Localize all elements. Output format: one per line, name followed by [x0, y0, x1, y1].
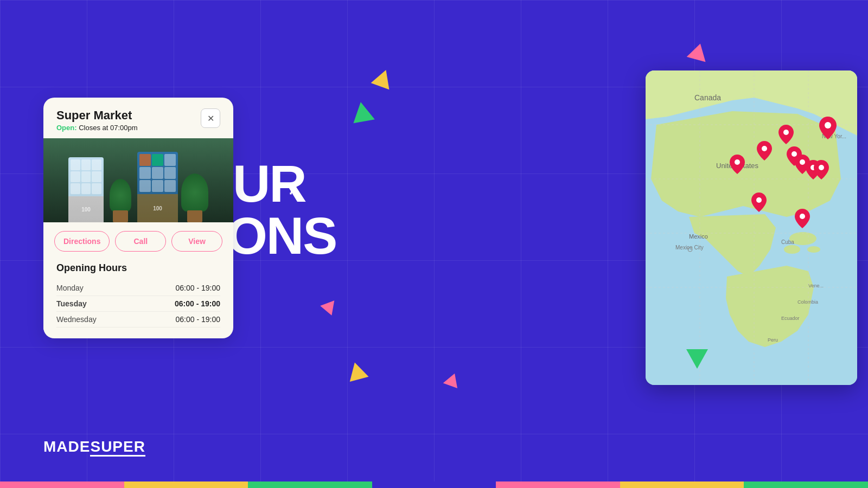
close-button[interactable]: ✕	[201, 108, 220, 128]
bar-segment-1	[0, 481, 124, 488]
plant-pot-right	[187, 210, 202, 222]
squiggle-decoration-icon: ⟋	[283, 178, 304, 201]
vm-item	[139, 167, 151, 179]
card-actions: Directions Call View	[43, 222, 233, 260]
triangle-pink-top-right-icon	[687, 41, 710, 62]
vm-bottom-2: 100	[137, 194, 178, 222]
triangle-pink-left-icon	[319, 298, 334, 316]
vm-item	[71, 183, 80, 194]
card-title: Super Market	[56, 108, 138, 123]
time-tuesday: 06:00 - 19:00	[175, 299, 220, 308]
day-wednesday: Wednesday	[56, 315, 97, 324]
hours-row-tuesday: Tuesday 06:00 - 19:00	[56, 296, 220, 312]
plant-pot	[113, 210, 128, 222]
vm-item	[81, 171, 91, 182]
vm-bottom-1: 100	[68, 196, 104, 222]
vm-item	[152, 154, 163, 166]
svg-point-21	[735, 159, 740, 165]
svg-text:Cuba: Cuba	[781, 239, 794, 245]
card-header: Super Market Open: Closes at 07:00pm ✕	[43, 98, 233, 138]
plant-right	[181, 168, 208, 222]
vm-item	[81, 159, 91, 170]
vm-item	[139, 180, 151, 192]
bar-segment-6	[620, 481, 744, 488]
day-tuesday: Tuesday	[56, 299, 87, 308]
vm-item	[152, 180, 163, 192]
card-image: 100 100	[43, 138, 233, 222]
bar-segment-3	[248, 481, 372, 488]
svg-point-25	[800, 159, 805, 165]
vm-screen-2	[137, 152, 178, 194]
svg-point-2	[784, 245, 800, 254]
vending-machine-1: 100	[68, 157, 104, 222]
plant-leaves-right	[181, 174, 208, 211]
time-monday: 06:00 - 19:00	[175, 284, 220, 292]
info-card: Super Market Open: Closes at 07:00pm ✕	[43, 98, 233, 338]
directions-button[interactable]: Directions	[54, 231, 110, 252]
hours-row-wednesday: Wednesday 06:00 - 19:00	[56, 312, 220, 328]
svg-text:Colombia: Colombia	[797, 299, 818, 305]
vm-item	[164, 154, 176, 166]
vm-item	[152, 167, 163, 179]
vm-item	[164, 167, 176, 179]
vm-item	[92, 159, 101, 170]
card-title-area: Super Market Open: Closes at 07:00pm	[56, 108, 138, 132]
vm-item	[92, 171, 101, 182]
bar-segment-4	[372, 481, 496, 488]
plant-left	[107, 168, 134, 222]
svg-point-30	[800, 214, 805, 219]
vm-item	[164, 180, 176, 192]
hours-row-monday: Monday 06:00 - 19:00	[56, 280, 220, 296]
bar-segment-2	[124, 481, 248, 488]
plant-leaves	[110, 179, 131, 211]
map-background: Canada United States Mexico Mexico City …	[646, 70, 857, 385]
svg-point-22	[762, 146, 767, 151]
card-status: Open: Closes at 07:00pm	[56, 124, 138, 132]
map-svg: Canada United States Mexico Mexico City …	[646, 70, 857, 385]
time-wednesday: 06:00 - 19:00	[175, 315, 220, 324]
vm-item	[92, 183, 101, 194]
triangle-yellow-top-icon	[371, 67, 395, 89]
vending-machine-2: 100	[137, 152, 178, 222]
bar-segment-5	[496, 481, 620, 488]
svg-point-23	[783, 130, 789, 135]
vm-item	[81, 183, 91, 194]
svg-point-28	[825, 122, 831, 129]
map-container[interactable]: Canada United States Mexico Mexico City …	[646, 70, 857, 385]
triangle-green-right-icon	[686, 349, 708, 369]
bottom-color-bar	[0, 481, 868, 488]
status-close-time: Closes at 07:00pm	[79, 124, 137, 132]
day-monday: Monday	[56, 284, 84, 292]
triangle-pink-bottom-icon	[443, 371, 462, 388]
svg-point-3	[807, 246, 820, 253]
svg-text:Mexico: Mexico	[689, 233, 708, 240]
triangle-green-mid-icon	[350, 100, 375, 123]
view-button[interactable]: View	[171, 231, 222, 252]
svg-point-29	[756, 197, 762, 203]
svg-text:Vene...: Vene...	[808, 283, 824, 288]
card-hours: Opening Hours Monday 06:00 - 19:00 Tuesd…	[43, 260, 233, 338]
vm-item	[71, 171, 80, 182]
svg-point-27	[819, 165, 824, 170]
svg-text:Peru: Peru	[768, 337, 778, 343]
status-open-label: Open:	[56, 124, 77, 132]
vm-screen-1	[68, 157, 104, 196]
call-button[interactable]: Call	[115, 231, 166, 252]
svg-text:Ecuador: Ecuador	[781, 316, 800, 321]
svg-text:Canada: Canada	[694, 93, 721, 102]
vending-scene: 100 100	[43, 138, 233, 222]
svg-point-24	[792, 151, 797, 157]
bar-segment-7	[744, 481, 868, 488]
hours-title: Opening Hours	[56, 262, 220, 274]
vm-item	[139, 154, 151, 166]
vm-item	[71, 159, 80, 170]
